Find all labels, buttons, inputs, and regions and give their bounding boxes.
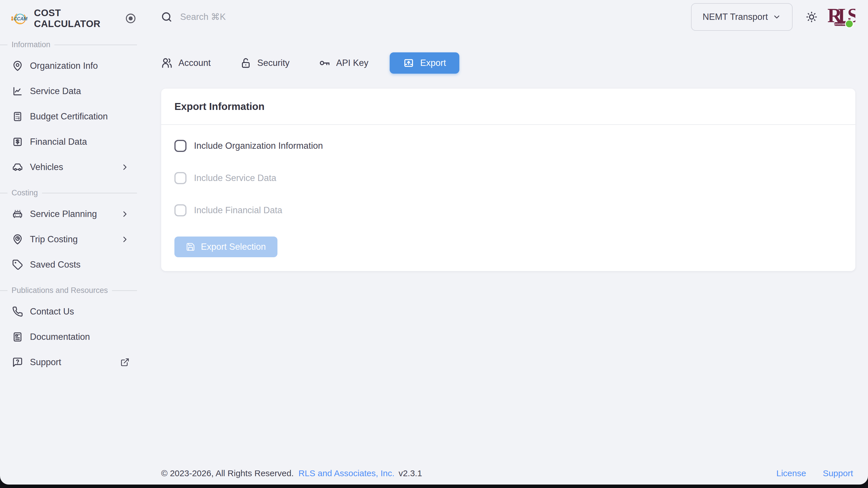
pin-clock-icon xyxy=(12,234,23,245)
sidebar-item-support[interactable]: Support xyxy=(0,350,138,375)
export-selection-button[interactable]: Export Selection xyxy=(175,236,277,257)
copyright: © 2023-2026, All Rights Reserved. RLS an… xyxy=(161,468,425,478)
sidebar-item-label: Budget Certification xyxy=(30,111,108,122)
map-pin-icon xyxy=(12,60,23,71)
app-title: COST CALCULATOR xyxy=(34,7,125,29)
sidebar-item-label: Vehicles xyxy=(30,162,63,172)
sidebar-item-financial-data[interactable]: Financial Data xyxy=(0,129,138,155)
copyright-text: © 2023-2026, All Rights Reserved. xyxy=(161,468,294,478)
dollar-square-icon xyxy=(12,136,23,147)
search-icon xyxy=(161,11,172,23)
tab-export[interactable]: Export xyxy=(390,52,459,74)
sidebar-item-vehicles[interactable]: Vehicles xyxy=(0,155,138,180)
sidebar-item-contact-us[interactable]: Contact Us xyxy=(0,299,138,324)
export-icon xyxy=(403,57,414,69)
sidebar-item-label: Saved Costs xyxy=(30,260,81,270)
document-icon xyxy=(12,331,23,343)
sidebar-item-label: Support xyxy=(30,357,61,367)
tag-icon xyxy=(12,259,23,270)
theme-toggle-button[interactable] xyxy=(804,9,820,25)
checkbox-label: Include Financial Data xyxy=(194,205,282,216)
panel-header: Export Information xyxy=(161,89,855,124)
chevron-right-icon xyxy=(120,235,129,244)
sidebar-item-documentation[interactable]: Documentation xyxy=(0,324,138,350)
sidebar-item-service-planning[interactable]: Service Planning xyxy=(0,201,138,227)
sidebar-item-label: Service Data xyxy=(30,86,81,96)
export-selection-label: Export Selection xyxy=(201,242,266,252)
tab-account[interactable]: Account xyxy=(161,52,218,74)
sidebar-item-label: Contact Us xyxy=(30,306,74,317)
company-link[interactable]: RLS and Associates, Inc. xyxy=(299,468,395,478)
svg-text:CCAM: CCAM xyxy=(13,17,28,21)
support-link[interactable]: Support xyxy=(823,468,853,478)
checkbox-box[interactable] xyxy=(175,140,186,152)
tab-label: Account xyxy=(179,58,211,68)
search-input[interactable] xyxy=(180,12,382,22)
checkbox-box[interactable] xyxy=(175,172,186,184)
calculator-icon xyxy=(12,111,23,122)
panel-title: Export Information xyxy=(175,101,842,112)
car-icon xyxy=(12,162,23,173)
checkbox-include-financial-data[interactable]: Include Financial Data xyxy=(175,204,842,216)
sidebar-item-service-data[interactable]: Service Data xyxy=(0,78,138,104)
chevron-right-icon xyxy=(120,163,129,172)
license-link[interactable]: License xyxy=(776,468,806,478)
sidebar-item-trip-costing[interactable]: Trip Costing xyxy=(0,227,138,252)
tab-label: Security xyxy=(257,58,289,68)
checkbox-include-service-data[interactable]: Include Service Data xyxy=(175,172,842,184)
settings-tabs: Account Security API Key Export xyxy=(161,52,855,74)
chevron-down-icon xyxy=(772,13,781,21)
ccam-logo: CCAM xyxy=(10,11,28,26)
global-search xyxy=(161,11,691,23)
sidebar-item-label: Trip Costing xyxy=(30,234,78,245)
sidebar-item-organization-info[interactable]: Organization Info xyxy=(0,53,138,78)
version-text: v2.3.1 xyxy=(399,468,422,478)
tab-label: API Key xyxy=(336,58,368,68)
lock-open-icon xyxy=(240,57,251,69)
chevron-right-icon xyxy=(120,209,129,219)
users-icon xyxy=(161,57,173,69)
org-selector-value: NEMT Transport xyxy=(703,12,768,22)
sun-icon xyxy=(805,11,818,23)
external-link-icon xyxy=(120,358,129,367)
key-icon xyxy=(319,57,331,69)
line-chart-icon xyxy=(12,86,23,97)
section-label-costing: Costing xyxy=(0,189,138,197)
brand: CCAM COST CALCULATOR xyxy=(0,5,138,32)
tab-label: Export xyxy=(420,58,446,68)
tab-security[interactable]: Security xyxy=(233,52,297,74)
section-label-information: Information xyxy=(0,40,138,49)
sidebar-item-label: Financial Data xyxy=(30,137,87,147)
checkbox-label: Include Service Data xyxy=(194,173,276,183)
footer: © 2023-2026, All Rights Reserved. RLS an… xyxy=(138,468,868,478)
main-area: NEMT Transport RLS associates Account xyxy=(138,0,868,485)
car-front-icon xyxy=(12,208,23,220)
export-information-panel: Export Information Include Organization … xyxy=(161,89,855,271)
sidebar-item-label: Documentation xyxy=(30,332,90,342)
sidebar-item-saved-costs[interactable]: Saved Costs xyxy=(0,252,138,278)
rls-logo: RLS associates xyxy=(828,3,855,31)
app-window: CCAM COST CALCULATOR Information Organiz… xyxy=(0,0,868,485)
checkbox-box[interactable] xyxy=(175,204,186,216)
save-icon xyxy=(186,242,195,252)
tab-api-key[interactable]: API Key xyxy=(312,52,375,74)
section-label-publications: Publications and Resources xyxy=(0,286,138,295)
topbar: NEMT Transport RLS associates xyxy=(161,0,855,34)
sidebar-item-budget-certification[interactable]: Budget Certification xyxy=(0,104,138,129)
checkbox-label: Include Organization Information xyxy=(194,141,323,151)
phone-icon xyxy=(12,306,23,317)
sidebar: CCAM COST CALCULATOR Information Organiz… xyxy=(0,0,138,485)
sidebar-item-label: Organization Info xyxy=(30,61,98,71)
panel-body: Include Organization Information Include… xyxy=(161,125,855,271)
sidebar-item-label: Service Planning xyxy=(30,209,97,219)
sidebar-toggle-icon[interactable] xyxy=(125,12,137,25)
checkbox-include-organization-information[interactable]: Include Organization Information xyxy=(175,140,842,152)
help-bubble-icon xyxy=(12,357,23,368)
org-selector-dropdown[interactable]: NEMT Transport xyxy=(691,3,793,31)
